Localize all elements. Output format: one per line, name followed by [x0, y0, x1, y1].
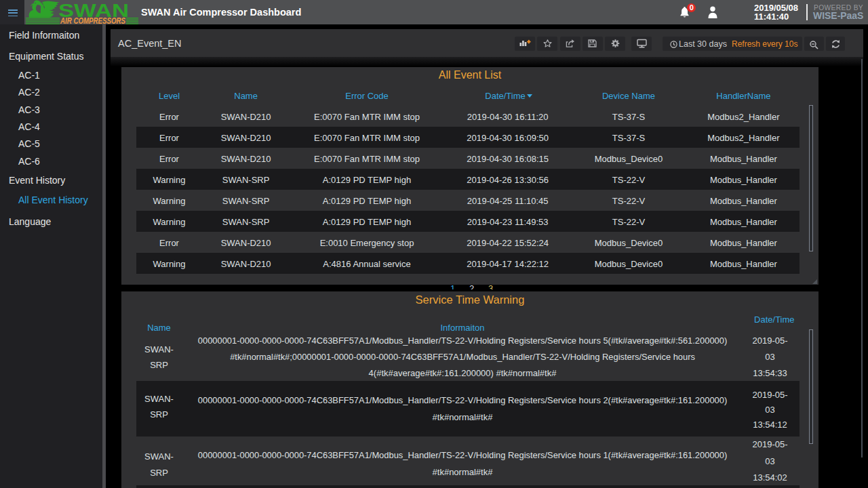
svg-text:AIR COMPRESSORS: AIR COMPRESSORS — [60, 16, 125, 24]
